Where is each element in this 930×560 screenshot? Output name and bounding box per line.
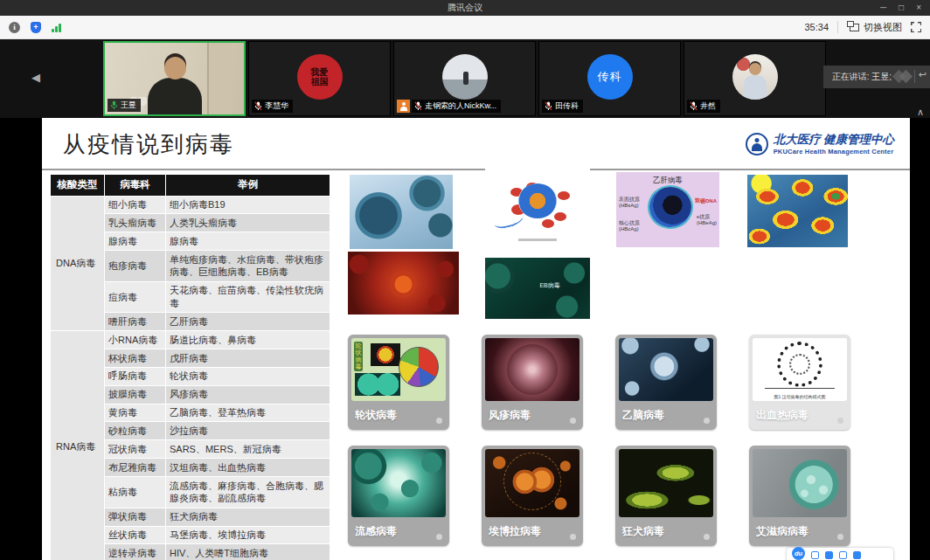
toolbar-left: i + xyxy=(9,22,61,33)
ime-tool-icon[interactable] xyxy=(839,551,847,559)
virus-family-cell: 粘病毒 xyxy=(105,477,166,508)
virus-family-cell: 腺病毒 xyxy=(105,232,166,251)
participant-name: 井然 xyxy=(700,100,716,112)
meeting-info-icon[interactable]: i xyxy=(9,22,20,33)
hbv-virion xyxy=(649,187,691,227)
mic-muted-icon xyxy=(254,101,262,111)
close-icon[interactable]: × xyxy=(916,0,921,16)
toolbar-divider xyxy=(837,21,838,33)
virus-card-image xyxy=(753,449,847,517)
diagram-dna-strand xyxy=(493,211,525,231)
switch-view-button[interactable]: 切换视图 xyxy=(847,21,902,34)
maximize-icon[interactable]: □ xyxy=(899,0,904,16)
virus-cards-row-1: 轮状病毒轮状病毒风疹病毒乙脑病毒图1 汉坦病毒的结构模式图出血热病毒 xyxy=(348,335,850,430)
ime-tool-icon[interactable] xyxy=(853,551,861,559)
virus-card-label: 出血热病毒 xyxy=(756,408,847,423)
reply-arrow-icon[interactable]: ↩ xyxy=(919,69,927,80)
pkucare-emblem-icon xyxy=(746,133,768,156)
participant-name-tag: 李慧华 xyxy=(252,100,293,113)
toolbar-right: 35:34 切换视图 xyxy=(804,21,921,34)
mic-muted-icon xyxy=(414,101,422,111)
virus-card: 艾滋病病毒 xyxy=(749,446,850,546)
virus-family-cell: 披膜病毒 xyxy=(105,385,166,404)
virus-card: 狂犬病毒 xyxy=(615,446,717,546)
pkucare-logo: 北大医疗 健康管理中心 PKUCare Health Management Ce… xyxy=(746,132,894,156)
virus-examples-cell: 单纯疱疹病毒、水痘病毒、带状疱疹病毒、巨细胞病毒、EB病毒 xyxy=(166,251,330,282)
participant-name-tag: 走钢索的人NickKw... xyxy=(412,100,501,113)
card-dot-icon xyxy=(570,534,576,540)
nucleic-acid-type-cell: DNA病毒 xyxy=(51,196,105,331)
hbv-diagram-panel: 乙肝病毒 表面抗原(HBsAg) 核心抗原(HBcAg) 双链DNA e抗原(H… xyxy=(616,172,719,247)
collapse-strip-icon[interactable]: ∧ xyxy=(917,107,924,118)
virus-family-cell: 砂粒病毒 xyxy=(105,422,166,440)
ime-tool-icon[interactable] xyxy=(825,551,833,559)
switch-view-icon xyxy=(850,24,859,31)
participant-video[interactable]: 走钢索的人NickKw... xyxy=(393,41,536,116)
participant-name-tag: 井然 xyxy=(687,100,720,113)
virus-card: 风疹病毒 xyxy=(482,335,583,430)
virus-card: 流感病毒 xyxy=(348,446,449,546)
network-signal-icon[interactable] xyxy=(52,23,61,32)
participant-video[interactable]: 井然 xyxy=(684,41,826,116)
participant-video[interactable]: 传科田传科 xyxy=(538,41,681,116)
minimize-icon[interactable]: ─ xyxy=(880,0,886,16)
virus-family-cell: 呼肠病毒 xyxy=(105,367,166,385)
virus-examples-cell: HIV、人类嗜T细胞病毒 xyxy=(166,544,330,560)
participant-name-tag: 田传科 xyxy=(542,100,583,113)
virus-examples-cell: 乙肝病毒 xyxy=(166,313,330,331)
baidu-ime-logo[interactable]: du xyxy=(792,547,805,560)
virus-table-head: 核酸类型病毒科举例 xyxy=(51,175,330,197)
presentation-slide: 从疫情说到病毒 北大医疗 健康管理中心 PKUCare Health Manag… xyxy=(42,118,910,560)
virus-card-image xyxy=(351,449,446,517)
virus-card-image: 图1 汉坦病毒的结构模式图 xyxy=(753,338,847,401)
participant-name: 李慧华 xyxy=(265,100,288,112)
card-dot-icon xyxy=(837,534,843,540)
virus-family-cell: 小RNA病毒 xyxy=(105,331,166,349)
virus-examples-cell: 沙拉病毒 xyxy=(166,422,330,440)
nucleic-acid-type-cell: RNA病毒 xyxy=(51,331,105,560)
virus-examples-cell: 人类乳头瘤病毒 xyxy=(166,214,330,232)
mic-active-icon xyxy=(110,100,118,110)
diagram-caption xyxy=(518,239,557,242)
scroll-left-icon[interactable]: ◀ xyxy=(31,71,40,84)
virus-table: 核酸类型病毒科举例 DNA病毒细小病毒细小病毒B19乳头瘤病毒人类乳头瘤病毒腺病… xyxy=(50,174,330,560)
hbv-label-surface-antigen: 表面抗原(HBsAg) xyxy=(619,197,640,209)
window-titlebar: 腾讯会议 ─ □ × xyxy=(0,0,930,16)
virus-family-cell: 布尼雅病毒 xyxy=(105,459,166,477)
ime-tool-icon[interactable] xyxy=(811,551,819,559)
eb-virus-image: EB病毒 xyxy=(485,258,590,319)
virus-examples-cell: 流感病毒、麻疹病毒、合胞病毒、腮腺炎病毒、副流感病毒 xyxy=(166,477,330,508)
virus-examples-cell: 天花病毒、痘苗病毒、传染性软疣病毒 xyxy=(166,281,330,313)
card-dot-icon xyxy=(436,418,442,424)
virus-family-cell: 丝状病毒 xyxy=(105,526,166,544)
red-virus-image xyxy=(348,252,459,315)
participant-name: 王昱 xyxy=(121,100,136,111)
participant-video[interactable]: 王昱 xyxy=(103,41,246,116)
shared-screen-stage: 从疫情说到病毒 北大医疗 健康管理中心 PKUCare Health Manag… xyxy=(0,118,930,560)
virus-family-cell: 乳头瘤病毒 xyxy=(105,214,166,232)
virus-cards-row-2: 流感病毒埃博拉病毒狂犬病毒艾滋病病毒 xyxy=(348,446,850,546)
virus-card: 乙脑病毒 xyxy=(615,335,717,430)
participant-video[interactable]: 我爱祖国李慧华 xyxy=(248,41,391,116)
diagram-capsid xyxy=(518,183,557,218)
window-controls: ─ □ × xyxy=(880,0,927,16)
slide-title: 从疫情说到病毒 xyxy=(63,129,234,160)
card-dot-icon xyxy=(704,418,710,424)
logo-text-cn: 北大医疗 健康管理中心 xyxy=(774,132,894,148)
video-strip: ◀ 王昱我爱祖国李慧华走钢索的人NickKw...传科田传科井然 正在讲话: 王… xyxy=(0,39,930,118)
virus-examples-cell: 乙脑病毒、登革热病毒 xyxy=(166,404,330,422)
participant-avatar xyxy=(442,54,488,100)
virus-family-cell: 嗜肝病毒 xyxy=(105,313,166,331)
title-divider xyxy=(42,169,910,170)
virus-examples-cell: 马堡病毒、埃博拉病毒 xyxy=(166,526,330,544)
eb-virus-label: EB病毒 xyxy=(539,281,559,290)
table-row: RNA病毒小RNA病毒肠道比病毒、鼻病毒 xyxy=(51,331,330,349)
fullscreen-icon[interactable] xyxy=(911,22,921,32)
virus-structure-diagram-image xyxy=(485,168,590,245)
speaking-banner: 正在讲话: 王昱; ↩ xyxy=(823,66,930,88)
virus-card-label: 乙脑病毒 xyxy=(622,408,713,423)
security-shield-icon[interactable]: + xyxy=(31,22,41,33)
baidu-ime-toolbar[interactable]: du xyxy=(787,548,893,560)
logo-text-en: PKUCare Health Management Center xyxy=(774,148,894,156)
virus-card-image xyxy=(485,449,580,517)
